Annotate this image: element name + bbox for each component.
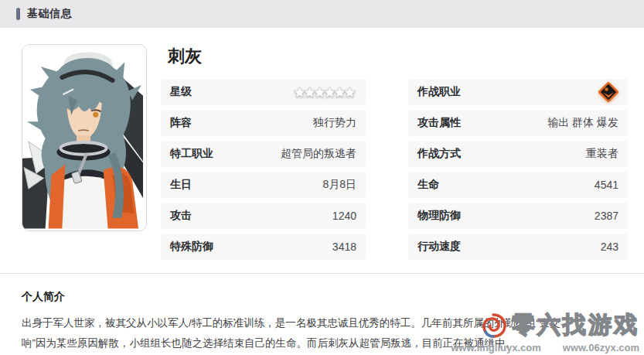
stat-row-combat-style: 作战方式 重装者 [408,141,628,167]
stat-row-hp: 生命 4541 [408,172,628,198]
combat-class-guard-icon [598,82,618,102]
profile-section: 个人简介 出身于军人世家，被其父从小以军人/特工的标准训练，是一名极其忠诚且优秀… [0,274,644,353]
stat-value: 重装者 [586,147,618,161]
stat-label: 攻击属性 [417,116,461,130]
stats-column-left: 刺灰 星级 阵容 独行势力 特工职业 超管局的叛逃者 生日 8月8日 攻击 [161,44,366,265]
stat-row-attack: 攻击 1240 [161,203,366,229]
stat-label: 行动速度 [417,240,461,254]
star-rating [296,86,356,99]
profile-text: 出身于军人世家，被其父从小以军人/特工的标准训练，是一名极其忠诚且优秀的特工。几… [22,313,569,353]
stat-row-birthday: 生日 8月8日 [161,172,366,198]
stat-value: 2387 [595,210,618,222]
stat-row-faction: 阵容 独行势力 [161,110,366,136]
stat-label: 阵容 [170,116,192,130]
character-portrait-art [22,45,145,229]
section-header: 基础信息 [0,0,644,28]
stat-value: 独行势力 [313,116,356,130]
stat-row-star-rating: 星级 [161,79,366,105]
stat-row-agent-class: 特工职业 超管局的叛逃者 [161,141,366,167]
stat-row-physical-defense: 物理防御 2387 [408,203,628,229]
stat-value: 3418 [332,241,356,253]
stat-value: 243 [601,241,618,253]
stat-value: 输出 群体 爆发 [547,116,618,130]
basic-info-panel: 刺灰 星级 阵容 独行势力 特工职业 超管局的叛逃者 生日 8月8日 攻击 [0,28,644,265]
stat-label: 攻击 [170,209,192,223]
stat-row-special-defense: 特殊防御 3418 [161,234,366,260]
profile-heading: 个人简介 [22,290,622,304]
stat-row-combat-class: 作战职业 [408,79,628,105]
stat-value: 4541 [595,179,618,191]
stat-label: 特工职业 [170,147,213,161]
stat-label: 星级 [170,85,192,99]
stat-label: 作战方式 [417,147,461,161]
stat-label: 作战职业 [417,85,461,99]
stat-label: 物理防御 [417,209,461,223]
stat-value: 1240 [332,210,356,222]
stat-value: 8月8日 [322,178,356,192]
star-icon [343,86,356,99]
column-spacer [408,44,628,79]
character-portrait [22,44,147,231]
stat-value: 超管局的叛逃者 [281,147,356,161]
stat-row-speed: 行动速度 243 [408,234,628,260]
stat-label: 生命 [417,178,439,192]
header-accent-bar [16,8,20,20]
stat-label: 生日 [170,178,192,192]
character-name: 刺灰 [161,44,366,79]
stats-column-right: 作战职业 攻击属性 输出 群体 爆发 作战方式 重装者 生命 4541 物理防御… [408,44,628,265]
section-title: 基础信息 [27,7,72,21]
stat-label: 特殊防御 [170,240,213,254]
stat-row-attack-attribute: 攻击属性 输出 群体 爆发 [408,110,628,136]
